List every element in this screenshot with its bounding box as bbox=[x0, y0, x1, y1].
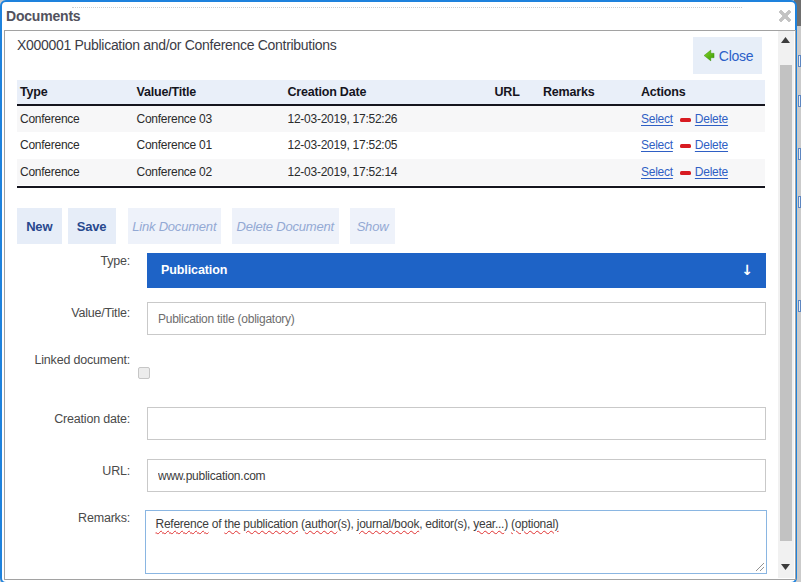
delete-minus-icon bbox=[680, 118, 691, 122]
remarks-label: Remarks: bbox=[5, 512, 130, 525]
new-button[interactable]: New bbox=[17, 208, 62, 244]
cell-actions: SelectDelete bbox=[640, 112, 762, 126]
close-button[interactable]: Close bbox=[693, 37, 762, 74]
dialog-close-icon[interactable] bbox=[776, 7, 794, 25]
delete-link[interactable]: Delete bbox=[695, 112, 728, 126]
type-label: Type: bbox=[5, 255, 130, 268]
delete-minus-icon bbox=[680, 144, 691, 148]
column-header-creation-date: Creation Date bbox=[285, 85, 492, 99]
remarks-text: Reference bbox=[156, 517, 209, 531]
table-bottom-border bbox=[17, 186, 765, 188]
remarks-text: of bbox=[209, 517, 225, 531]
value-title-label: Value/Title: bbox=[5, 307, 130, 320]
dialog-content-panel: X000001 Publication and/or Conference Co… bbox=[4, 30, 796, 580]
cell-actions: SelectDelete bbox=[640, 165, 762, 179]
scrollbar-up-arrow[interactable] bbox=[778, 32, 794, 48]
documents-table: Type Value/Title Creation Date URL Remar… bbox=[17, 80, 765, 188]
dialog-title: Documents bbox=[6, 8, 80, 24]
scrollbar-thumb[interactable] bbox=[780, 65, 792, 541]
save-button[interactable]: Save bbox=[68, 208, 116, 244]
column-header-type: Type bbox=[17, 85, 134, 99]
remarks-text: year... bbox=[473, 517, 504, 531]
delete-link[interactable]: Delete bbox=[695, 138, 728, 152]
resize-grip-icon[interactable] bbox=[755, 562, 765, 572]
titlebar-focus-dots bbox=[72, 7, 742, 8]
linked-document-label: Linked document: bbox=[5, 354, 130, 367]
remarks-textarea[interactable]: Reference of the publication (author(s),… bbox=[145, 510, 767, 574]
show-button[interactable]: Show bbox=[350, 208, 395, 244]
linked-document-checkbox[interactable] bbox=[138, 367, 150, 379]
url-label: URL: bbox=[5, 465, 130, 478]
dialog-titlebar[interactable]: Documents bbox=[2, 2, 795, 30]
cell-value-title: Conference 02 bbox=[134, 165, 285, 179]
creation-date-input[interactable] bbox=[147, 407, 766, 440]
cell-value-title: Conference 01 bbox=[134, 138, 285, 152]
link-document-button[interactable]: Link Document bbox=[128, 208, 222, 244]
remarks-text: journal/book bbox=[357, 517, 419, 531]
remarks-text: (s), bbox=[337, 517, 356, 531]
remarks-text: author bbox=[305, 517, 338, 531]
vertical-scrollbar[interactable] bbox=[778, 31, 794, 578]
table-row: Conference Conference 03 12-03-2019, 17:… bbox=[17, 106, 765, 132]
cell-value-title: Conference 03 bbox=[134, 112, 285, 126]
select-link[interactable]: Select bbox=[641, 112, 673, 126]
remarks-text: the bbox=[224, 517, 240, 531]
dropdown-arrow-icon: ↓ bbox=[741, 262, 766, 278]
cell-actions: SelectDelete bbox=[640, 138, 762, 152]
type-dropdown-value: Publication bbox=[147, 263, 741, 277]
table-row: Conference Conference 02 12-03-2019, 17:… bbox=[17, 159, 765, 185]
remarks-text: publication bbox=[243, 517, 298, 531]
select-link[interactable]: Select bbox=[641, 138, 673, 152]
creation-date-label: Creation date: bbox=[5, 413, 130, 426]
type-dropdown[interactable]: Publication ↓ bbox=[147, 253, 766, 288]
delete-document-button[interactable]: Delete Document bbox=[232, 208, 339, 244]
green-back-arrow-icon bbox=[702, 49, 715, 62]
column-header-actions: Actions bbox=[640, 85, 762, 99]
close-button-label: Close bbox=[719, 48, 753, 64]
cell-creation-date: 12-03-2019, 17:52:05 bbox=[285, 138, 492, 152]
table-header-row: Type Value/Title Creation Date URL Remar… bbox=[17, 80, 765, 106]
toolbar: New Save Link Document Delete Document S… bbox=[5, 208, 765, 244]
cell-type: Conference bbox=[17, 138, 134, 152]
cell-type: Conference bbox=[17, 165, 134, 179]
cell-creation-date: 12-03-2019, 17:52:26 bbox=[285, 112, 492, 126]
remarks-text: , editor(s), bbox=[419, 517, 473, 531]
column-header-remarks: Remarks bbox=[540, 85, 640, 99]
cell-type: Conference bbox=[17, 112, 134, 126]
delete-link[interactable]: Delete bbox=[695, 165, 728, 179]
column-header-url: URL bbox=[492, 85, 541, 99]
url-input[interactable] bbox=[147, 459, 766, 492]
value-title-input[interactable] bbox=[147, 302, 766, 335]
column-header-value-title: Value/Title bbox=[134, 85, 285, 99]
record-heading: X000001 Publication and/or Conference Co… bbox=[17, 37, 336, 53]
table-row: Conference Conference 01 12-03-2019, 17:… bbox=[17, 132, 765, 158]
select-link[interactable]: Select bbox=[641, 165, 673, 179]
cell-creation-date: 12-03-2019, 17:52:14 bbox=[285, 165, 492, 179]
remarks-text: ( bbox=[298, 517, 305, 531]
documents-dialog: Documents X000001 Publication and/or Con… bbox=[0, 0, 797, 582]
scrollbar-down-arrow[interactable] bbox=[778, 559, 794, 575]
delete-minus-icon bbox=[680, 171, 691, 175]
remarks-text: (optional) bbox=[511, 517, 559, 531]
